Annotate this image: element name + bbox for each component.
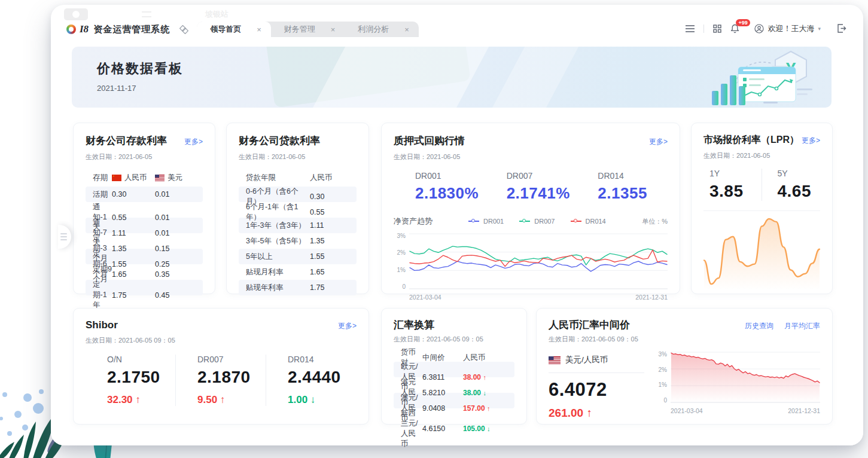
- notification-bell-icon[interactable]: +99: [730, 24, 739, 33]
- quote: 1Y 3.85: [703, 169, 762, 201]
- row-value: 1.65: [112, 270, 155, 279]
- deposit-table: 活期0.300.01通知-1天0.550.01通知-7天1.110.01定期-3…: [86, 187, 203, 295]
- row-label: 活期: [86, 190, 112, 200]
- quote-label: O/N: [107, 355, 175, 364]
- row-label: 1年-3年（含3年）: [239, 221, 310, 231]
- apps-grid-icon[interactable]: [713, 25, 721, 33]
- table-row: 活期0.300.01: [86, 187, 203, 202]
- arrow-up-icon: ↑: [487, 405, 491, 412]
- row-label: 3年-5年（含5年）: [239, 236, 310, 246]
- menu-icon[interactable]: [686, 25, 695, 32]
- chart-legend: DR001DR007DR014: [468, 218, 606, 225]
- row-value: 0.30: [310, 193, 357, 201]
- y-axis-ticks: 3%2% 1%0: [394, 233, 409, 290]
- table-row: 1年-3年（含3年）1.11: [239, 218, 357, 233]
- quote-change: 1.00 ↓: [288, 394, 357, 406]
- quote: DR001 2.1830%: [394, 171, 485, 203]
- row-label: 定期-1年: [86, 280, 112, 310]
- row-value: 0.55: [310, 208, 357, 216]
- more-link[interactable]: 更多>: [338, 321, 357, 331]
- quote: O/N 2.1750 32.30 ↑: [86, 355, 176, 406]
- column-header: 人民币: [463, 353, 514, 363]
- history-query-link[interactable]: 历史查询: [745, 321, 773, 331]
- row-value: 1.11: [112, 229, 155, 237]
- row-label: 新西兰元/人民币: [394, 408, 422, 449]
- arrow-down-icon: ↓: [487, 425, 491, 432]
- arrow-down-icon: ↓: [483, 389, 486, 396]
- notification-badge: +99: [736, 19, 750, 26]
- logout-icon[interactable]: [837, 24, 846, 33]
- tab-财务管理[interactable]: 财务管理×: [271, 22, 345, 37]
- lpr-curve-chart: [703, 215, 820, 291]
- row-value: 1.65: [310, 268, 357, 276]
- table-row: 贴现月利率1.65: [239, 264, 357, 280]
- tab-label: 领导首页: [210, 24, 241, 35]
- banner-shape: [471, 47, 588, 108]
- more-link[interactable]: 更多>: [184, 137, 203, 147]
- layers-icon[interactable]: [179, 25, 188, 34]
- ghost-logo-icon: [72, 11, 80, 18]
- logo-text: I8: [80, 23, 89, 35]
- effective-date: 生效日期：2021-06-05 09：05: [394, 335, 514, 344]
- row-value: 1.55: [112, 260, 155, 268]
- tab-利润分析[interactable]: 利润分析×: [345, 22, 419, 37]
- row-value: 0.01: [155, 229, 203, 237]
- row-value: 1.35: [310, 237, 357, 245]
- fx-table: 欧元/人民币6.381138.00 ↑港元人民币5.821038.00 ↓澳元/…: [394, 362, 514, 424]
- tab-close-icon[interactable]: ×: [331, 25, 336, 34]
- quote-label: 1Y: [709, 169, 762, 178]
- trend-header: 净资产趋势 DR001DR007DR014 单位：%: [394, 216, 668, 227]
- table-header: 贷款年限 人民币: [239, 169, 357, 187]
- repo-quotes: DR001 2.1830% DR007 2.1741% DR014 2.1355: [394, 171, 668, 203]
- tab-label: 财务管理: [284, 24, 315, 35]
- column-header: 人民币: [112, 173, 155, 183]
- parity-quote: 美元/人民币 6.4072 261.00 ↑: [549, 350, 655, 420]
- user-menu[interactable]: 欢迎！王大海 ▾: [754, 23, 821, 34]
- tab-close-icon[interactable]: ×: [257, 25, 261, 34]
- y-axis-ticks: 3%2% 1%0: [655, 351, 671, 404]
- quote: DR007 2.1741%: [485, 171, 577, 203]
- quote-value: 2.1870: [197, 368, 266, 387]
- quote-value: 3.85: [709, 182, 762, 201]
- effective-date: 生效日期：2021-06-05: [394, 152, 668, 161]
- tab-领导首页[interactable]: 领导首页×: [197, 22, 271, 37]
- card-title: 财务公司存款利率: [86, 134, 167, 148]
- quote-change: 32.30 ↑: [107, 394, 175, 406]
- shibor-quotes: O/N 2.1750 32.30 ↑ DR007 2.1870 9.50 ↑ D…: [86, 355, 357, 406]
- currency-pair: 美元/人民币: [549, 355, 655, 365]
- row-value: 0.35: [155, 270, 203, 279]
- monthly-average-link[interactable]: 月平均汇率: [784, 321, 820, 331]
- app-bar: I8 资金运营管理系统 领导首页×财务管理×利润分析× +99: [51, 22, 863, 37]
- card-title: 质押式回购行情: [394, 134, 465, 148]
- column-header: 中间价: [422, 353, 463, 363]
- tab-strip: 领导首页×财务管理×利润分析×: [197, 22, 419, 37]
- row-value: 1.35: [112, 245, 155, 253]
- us-flag-icon: [155, 175, 165, 181]
- chart-unit: 单位：%: [642, 217, 668, 226]
- row-value: 1.11: [310, 221, 357, 230]
- divider: [703, 210, 820, 211]
- table-header: 货币对 中间价 人民币: [394, 347, 514, 362]
- legend-item-DR001[interactable]: DR001: [468, 218, 504, 225]
- legend-item-DR007[interactable]: DR007: [519, 218, 555, 225]
- effective-date: 生效日期：2021-06-05 09：05: [549, 335, 820, 344]
- table-header: 存期 人民币 美元: [86, 169, 203, 187]
- table-row: 定期-1年1.750.45: [86, 280, 203, 295]
- row-value: 1.55: [310, 252, 357, 261]
- tab-close-icon[interactable]: ×: [404, 25, 409, 34]
- row-value: 1.75: [112, 291, 155, 300]
- loan-rate-card: 财务公司贷款利率 生效日期：2021-06-05 贷款年限 人民币 0-6个月（…: [226, 123, 369, 294]
- app-bar-actions: +99 欢迎！王大海 ▾: [686, 22, 846, 37]
- more-link[interactable]: 更多>: [802, 136, 820, 146]
- row-value: 0.30: [112, 190, 155, 199]
- table-row: 0-6个月（含6个月）0.30: [239, 187, 357, 202]
- table-row: 通知-1天0.550.01: [86, 202, 203, 218]
- x-axis-labels: 2021-03-042021-12-31: [394, 294, 668, 301]
- loan-table: 0-6个月（含6个月）0.306个月-1年（含1年）0.551年-3年（含3年）…: [239, 187, 357, 295]
- row-value: 157.00 ↑: [463, 404, 514, 413]
- banner-date: 2021-11-17: [97, 84, 136, 93]
- legend-item-DR014[interactable]: DR014: [571, 218, 606, 225]
- table-row: 贴现年利率1.75: [239, 280, 357, 295]
- card-title: Shibor: [86, 319, 118, 331]
- more-link[interactable]: 更多>: [649, 137, 668, 147]
